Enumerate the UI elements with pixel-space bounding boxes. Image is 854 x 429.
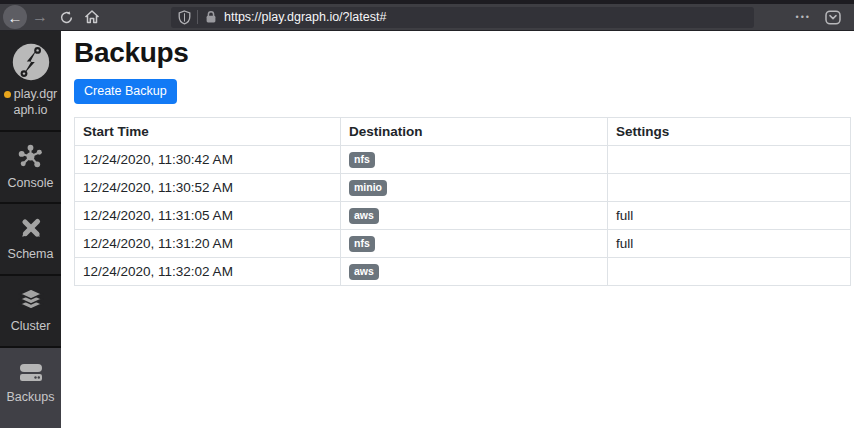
destination-badge: aws	[349, 208, 379, 224]
destination-cell: minio	[341, 174, 608, 202]
sidebar-item-cluster[interactable]: Cluster	[0, 276, 61, 348]
destination-cell: nfs	[341, 230, 608, 258]
table-header-row: Start Time Destination Settings	[75, 118, 851, 146]
destination-badge: nfs	[349, 152, 375, 168]
schema-pencils-icon	[18, 215, 44, 241]
dgraph-logo-icon	[12, 43, 50, 81]
table-row: 12/24/2020, 11:30:42 AM nfs	[75, 146, 851, 174]
sidebar-item-label: Cluster	[11, 318, 51, 334]
sidebar-item-schema[interactable]: Schema	[0, 204, 61, 276]
table-row: 12/24/2020, 11:31:20 AM nfs full	[75, 230, 851, 258]
sidebar-item-label: play.dgraph.io	[3, 86, 58, 119]
forward-arrow-icon: →	[32, 8, 48, 26]
back-button[interactable]: ←	[3, 5, 27, 29]
sidebar-item-label: Backups	[7, 389, 55, 405]
forward-button[interactable]: →	[27, 5, 53, 29]
sidebar-item-label: Schema	[8, 246, 54, 262]
sidebar-item-console[interactable]: Console	[0, 132, 61, 204]
settings-cell	[608, 146, 851, 174]
destination-cell: nfs	[341, 146, 608, 174]
column-header-settings: Settings	[608, 118, 851, 146]
home-button[interactable]	[79, 5, 105, 29]
sidebar-item-label: Console	[8, 175, 54, 191]
table-row: 12/24/2020, 11:30:52 AM minio	[75, 174, 851, 202]
browser-toolbar: ← → https://play.dgraph.io/?latest# •••	[0, 4, 854, 31]
destination-cell: aws	[341, 258, 608, 286]
destination-badge: nfs	[349, 236, 375, 252]
main-content: Backups Create Backup Start Time Destina…	[61, 31, 854, 428]
destination-cell: aws	[341, 202, 608, 230]
page-title: Backups	[74, 37, 851, 69]
home-icon	[84, 9, 100, 25]
settings-cell	[608, 258, 851, 286]
page-actions-menu-button[interactable]: •••	[796, 12, 811, 22]
column-header-destination: Destination	[341, 118, 608, 146]
url-bar[interactable]: https://play.dgraph.io/?latest#	[171, 7, 754, 28]
tracking-protection-shield-icon[interactable]	[178, 10, 191, 25]
settings-cell	[608, 174, 851, 202]
back-arrow-icon: ←	[8, 9, 23, 26]
create-backup-button[interactable]: Create Backup	[74, 79, 177, 104]
server-address-label: play.dgraph.io	[13, 87, 57, 117]
urlbar-separator	[197, 10, 198, 24]
start-time-cell: 12/24/2020, 11:32:02 AM	[75, 258, 341, 286]
lock-icon	[205, 10, 217, 24]
start-time-cell: 12/24/2020, 11:31:05 AM	[75, 202, 341, 230]
start-time-cell: 12/24/2020, 11:30:42 AM	[75, 146, 341, 174]
column-header-start-time: Start Time	[75, 118, 341, 146]
backups-table: Start Time Destination Settings 12/24/20…	[74, 117, 851, 286]
connection-status-dot	[4, 91, 11, 98]
url-text[interactable]: https://play.dgraph.io/?latest#	[224, 10, 386, 24]
backups-drive-icon	[16, 362, 46, 384]
sidebar: play.dgraph.io Console	[0, 31, 61, 428]
console-graph-icon	[17, 143, 44, 170]
settings-cell: full	[608, 202, 851, 230]
sidebar-item-backups[interactable]: Backups	[0, 348, 61, 428]
start-time-cell: 12/24/2020, 11:31:20 AM	[75, 230, 341, 258]
table-row: 12/24/2020, 11:31:05 AM aws full	[75, 202, 851, 230]
refresh-button[interactable]	[53, 5, 79, 29]
cluster-layers-icon	[17, 287, 45, 313]
settings-cell: full	[608, 230, 851, 258]
destination-badge: minio	[349, 180, 387, 196]
start-time-cell: 12/24/2020, 11:30:52 AM	[75, 174, 341, 202]
pocket-save-icon[interactable]	[825, 10, 841, 25]
destination-badge: aws	[349, 264, 379, 280]
sidebar-item-server-connection[interactable]: play.dgraph.io	[0, 31, 61, 132]
refresh-icon	[59, 10, 74, 25]
table-row: 12/24/2020, 11:32:02 AM aws	[75, 258, 851, 286]
